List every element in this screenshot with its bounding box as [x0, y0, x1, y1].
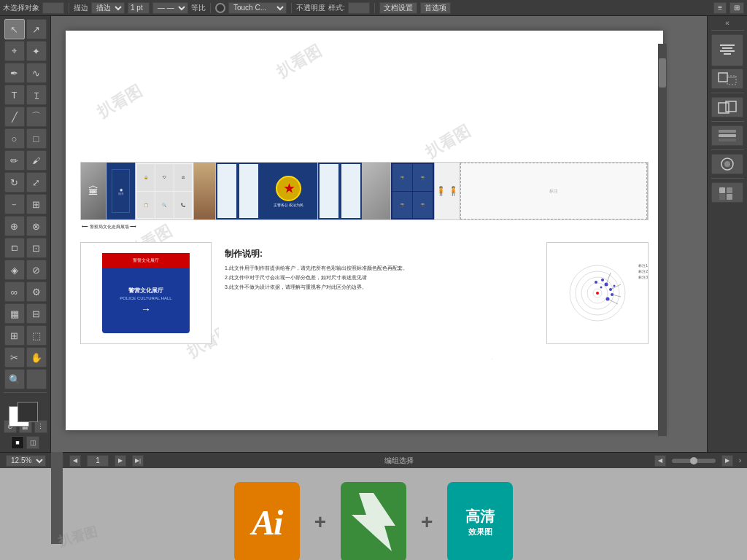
eyedropper-tool[interactable]: ⊘ [26, 260, 47, 280]
preferences-button[interactable]: 首选项 [420, 2, 451, 14]
bottom-product-area: 扒看图 Ai + + 高清 效果图 [0, 468, 747, 560]
banner-dark-section: 📸 📸 📸 📸 [391, 163, 435, 219]
stroke-type-dropdown[interactable]: 描边 [91, 2, 125, 14]
select-input[interactable] [42, 2, 64, 14]
zoom-dropdown[interactable]: 12.5% 25% 50% 100% [6, 455, 46, 467]
scissors-tool[interactable]: ✂ [4, 347, 25, 368]
zoom-out-tool[interactable] [26, 369, 47, 389]
warp-tool[interactable]: ⌣ [4, 194, 25, 214]
select-tool[interactable]: ↖ [4, 19, 25, 39]
right-scrollbar[interactable] [658, 44, 667, 436]
svg-point-8 [601, 279, 604, 281]
next-page-btn[interactable]: ▶ [115, 455, 126, 467]
banner-silhouettes: 🧍 🧍 [435, 163, 460, 219]
panel-scroll-right[interactable]: › [739, 456, 741, 464]
arc-tool[interactable]: ⌒ [26, 106, 47, 127]
column-graph-tool[interactable]: ▦ [4, 303, 25, 324]
foreground-color-swatch[interactable] [18, 402, 38, 422]
pathfinder-btn[interactable] [711, 97, 743, 117]
target-labels: 标注1 标注2 标注3 [638, 263, 648, 279]
direct-select-tool[interactable]: ↗ [26, 19, 47, 39]
tool-row-3: ✒ ∿ [1, 63, 49, 83]
scrollbar-thumb[interactable] [659, 58, 666, 88]
scroll-left-btn[interactable]: ◀ [654, 455, 666, 467]
transform-btn[interactable] [711, 69, 743, 89]
touch-type-tool[interactable]: T̲ [26, 85, 47, 105]
symbol-tool[interactable]: ⚙ [26, 281, 47, 302]
status-bar: 12.5% 25% 50% 100% |◀ ◀ ▶ ▶| 编组选择 ◀ ▶ › [0, 452, 747, 468]
scroll-right-btn[interactable]: ▶ [721, 455, 733, 467]
design-content: 🏛 ◉ 服务 🔒 🛡 [80, 162, 649, 401]
screen-mode-row: ■ ◫ [1, 436, 49, 449]
appearance-btn[interactable] [711, 154, 743, 174]
graphic-styles-btn[interactable] [711, 182, 743, 203]
type-tool[interactable]: T [4, 85, 25, 105]
doc-settings-button[interactable]: 文档设置 [379, 2, 417, 14]
banner-outline1 [216, 163, 238, 219]
layers-btn[interactable] [711, 125, 743, 146]
tool-row-14: ▦ ⊟ [1, 303, 49, 324]
svg-rect-29 [719, 139, 736, 141]
banner-photo1 [194, 163, 216, 219]
banner-outline4 [340, 163, 362, 219]
sign-arrow: → [141, 303, 151, 315]
align-distribute-btn[interactable] [711, 34, 743, 66]
free-transform-tool[interactable]: ⊞ [26, 194, 47, 214]
ai-label: Ai [252, 502, 282, 542]
shape-builder-tool[interactable]: ⊕ [4, 216, 25, 236]
sign-header-bar: 警警文化展厅 [102, 253, 190, 268]
curvature-tool[interactable]: ∿ [26, 63, 47, 83]
mesh-tool[interactable]: ⊡ [26, 238, 47, 258]
scroll-slider[interactable] [672, 459, 716, 463]
artboard-tool[interactable]: ⊟ [26, 303, 47, 324]
magic-wand-tool[interactable]: ✦ [26, 41, 47, 61]
affinity-icon-svg [348, 489, 399, 555]
canvas-area[interactable]: 扒看图 扒看图 扒看图 扒看图 扒看图 扒看图 扒看图 🏛 [51, 16, 707, 452]
equal-label: 等比 [191, 3, 206, 13]
blend-tool[interactable]: ∞ [4, 281, 25, 302]
hq-cn-text: 高清 [465, 507, 495, 526]
perspective-tool[interactable]: ⧠ [4, 238, 25, 258]
instruction-2: 2.此文件中对于尺寸会出现一小部分色差，如对尺寸表述意见请 [225, 274, 533, 281]
page-number-input[interactable] [87, 455, 109, 467]
zoom-tool[interactable]: 🔍 [4, 369, 25, 389]
tool-row-2: ⌖ ✦ [1, 41, 49, 61]
sign-body: 警营文化展厅 POLICE CULTURAL HALL → [117, 268, 174, 333]
svg-marker-36 [352, 493, 395, 551]
scale-tool[interactable]: ⤢ [26, 172, 47, 192]
change-screen-btn[interactable]: ◫ [26, 436, 39, 449]
eraser-tool[interactable]: ⬚ [26, 325, 47, 346]
touch-dropdown[interactable]: Touch C... [228, 2, 287, 14]
rotate-tool[interactable]: ↻ [4, 172, 25, 192]
bottom-watermark: 扒看图 [57, 523, 99, 550]
line-tool[interactable]: ╱ [4, 106, 25, 127]
extra-btn1[interactable]: ≡ [713, 2, 727, 14]
color-swatches [1, 399, 49, 417]
pen-tool[interactable]: ✒ [4, 63, 25, 83]
style-input[interactable] [348, 2, 370, 14]
rectangle-tool[interactable]: □ [26, 128, 47, 149]
stroke-options-dropdown[interactable]: — — [152, 2, 188, 14]
prev-page-btn[interactable]: ◀ [69, 455, 81, 467]
tool-row-7: ✏ 🖌 [1, 150, 49, 171]
edit-mode-label: 编组选择 [150, 456, 649, 466]
last-page-btn[interactable]: ▶| [132, 455, 144, 467]
screen-mode-btn[interactable]: ■ [11, 436, 24, 449]
gradient-tool[interactable]: ◈ [4, 260, 25, 280]
pattern-btn[interactable]: ⋮ [34, 420, 47, 433]
ellipse-tool[interactable]: ○ [4, 128, 25, 149]
style-label: 样式: [328, 3, 345, 13]
panel-collapse-btn[interactable]: « [724, 19, 731, 26]
extra-btn2[interactable]: ⊞ [729, 2, 744, 14]
svg-point-5 [596, 292, 599, 295]
hand-tool[interactable]: ✋ [26, 347, 47, 368]
blob-brush-tool[interactable]: 🖌 [26, 150, 47, 171]
transform-icon [717, 71, 738, 86]
tool-row-15: ⊞ ⬚ [1, 325, 49, 346]
slice-tool[interactable]: ⊞ [4, 325, 25, 346]
ai-product-icon: Ai [234, 482, 300, 560]
lasso-tool[interactable]: ⌖ [4, 41, 25, 61]
live-paint-tool[interactable]: ⊗ [26, 216, 47, 236]
paintbrush-tool[interactable]: ✏ [4, 150, 25, 171]
stroke-value-input[interactable] [128, 2, 150, 14]
